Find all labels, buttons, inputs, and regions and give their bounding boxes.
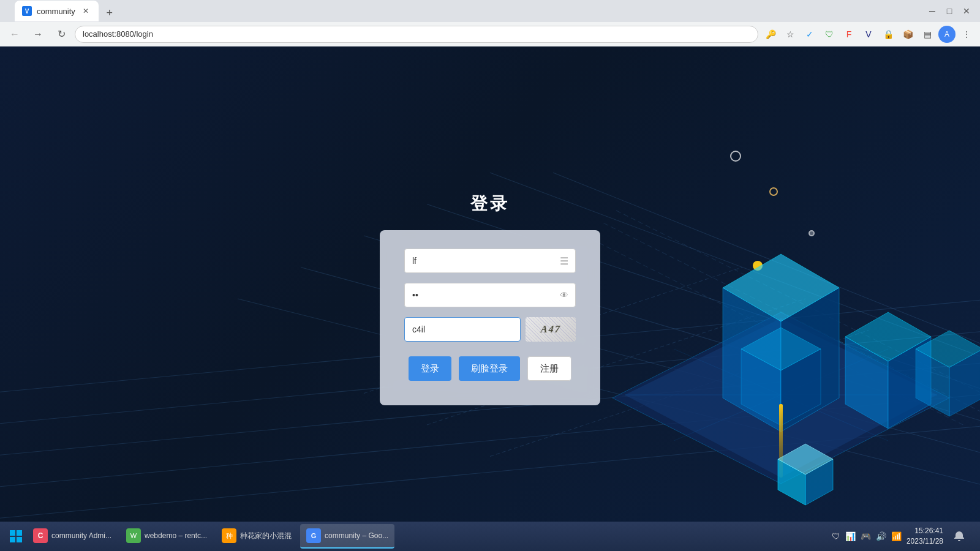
login-title: 登录: [380, 192, 600, 216]
extension-3-icon[interactable]: F: [840, 26, 858, 43]
captcha-row: A47: [404, 317, 576, 342]
taskbar: C community Admi... W webdemo – rentc...…: [0, 522, 980, 551]
button-row: 登录 刷脸登录 注册: [404, 356, 576, 381]
svg-rect-44: [17, 537, 22, 542]
tray-icon-2[interactable]: 📊: [845, 531, 856, 541]
extension-5-icon[interactable]: 🔒: [880, 26, 897, 43]
menu-icon[interactable]: ⋮: [958, 26, 975, 43]
extension-6-icon[interactable]: 📦: [899, 26, 916, 43]
password-manager-icon[interactable]: 🔑: [762, 26, 779, 43]
tray-icon-4[interactable]: 🔊: [876, 531, 886, 541]
browser-chrome: V community ✕ + ─ □ ✕ ← → ↻ localhost:80…: [0, 0, 980, 47]
tray-icon-wifi[interactable]: 📶: [891, 531, 902, 541]
taskbar-app-icon-1: C: [33, 528, 48, 543]
captcha-input[interactable]: [404, 317, 521, 342]
minimize-button[interactable]: ─: [924, 2, 941, 20]
extension-1-icon[interactable]: ✓: [801, 26, 818, 43]
login-container: 登录 ☰ 👁 A47 登录 刷脸登录: [380, 192, 600, 405]
password-group: 👁: [404, 283, 576, 307]
tab-bar: V community ✕ +: [10, 1, 123, 21]
bell-svg: [953, 530, 965, 542]
tab-close-button[interactable]: ✕: [80, 6, 91, 17]
taskbar-apps: C community Admi... W webdemo – rentc...…: [27, 524, 832, 549]
forward-button[interactable]: →: [28, 24, 48, 44]
login-button[interactable]: 登录: [409, 356, 451, 381]
tab-title: community: [37, 7, 75, 16]
profile-icon[interactable]: A: [938, 26, 956, 43]
iso-scene: [551, 165, 980, 520]
float-circle-1: [730, 151, 741, 162]
bookmark-icon[interactable]: ☆: [782, 26, 799, 43]
taskbar-app-icon-4: G: [306, 528, 321, 543]
password-input[interactable]: [404, 283, 576, 307]
taskbar-app-webdemo[interactable]: W webdemo – rentc...: [120, 524, 213, 549]
taskbar-app-icon-3: 种: [222, 528, 236, 543]
login-card: ☰ 👁 A47 登录 刷脸登录 注册: [380, 230, 600, 405]
taskbar-app-icon-2: W: [126, 528, 141, 543]
username-input[interactable]: [404, 249, 576, 273]
tray-icon-3[interactable]: 🎮: [861, 531, 871, 541]
title-bar: V community ✕ + ─ □ ✕: [0, 0, 980, 22]
tray-icon-1[interactable]: 🛡: [832, 531, 840, 541]
taskbar-app-label-1: community Admi...: [51, 531, 111, 540]
face-login-button[interactable]: 刷脸登录: [459, 356, 520, 381]
username-group: ☰: [404, 249, 576, 273]
omnibox-bar: ← → ↻ localhost:8080/login 🔑 ☆ ✓ 🛡 F V 🔒…: [0, 22, 980, 47]
taskbar-app-community-admin[interactable]: C community Admi...: [27, 524, 118, 549]
extension-2-icon[interactable]: 🛡: [821, 26, 838, 43]
taskbar-app-label-4: community – Goo...: [325, 531, 388, 540]
extension-4-icon[interactable]: V: [860, 26, 877, 43]
new-tab-button[interactable]: +: [101, 4, 118, 21]
windows-icon: [10, 530, 22, 542]
maximize-button[interactable]: □: [941, 2, 958, 20]
system-clock[interactable]: 15:26:41 2023/11/28: [907, 526, 943, 547]
address-bar[interactable]: localhost:8080/login: [75, 26, 758, 43]
clock-time: 15:26:41: [907, 526, 943, 536]
svg-rect-42: [17, 530, 22, 536]
back-button[interactable]: ←: [5, 24, 24, 44]
clock-date: 2023/11/28: [907, 536, 943, 547]
toolbar-icons: 🔑 ☆ ✓ 🛡 F V 🔒 📦 ▤ A ⋮: [762, 26, 975, 43]
reload-button[interactable]: ↻: [51, 24, 71, 44]
taskbar-app-community-google[interactable]: G community – Goo...: [300, 524, 394, 549]
page-content: 登录 ☰ 👁 A47 登录 刷脸登录: [0, 47, 980, 551]
captcha-image[interactable]: A47: [526, 317, 576, 342]
tab-favicon: V: [22, 6, 32, 16]
start-button[interactable]: [5, 525, 27, 547]
notification-icon[interactable]: [948, 525, 970, 547]
username-icon: ☰: [560, 255, 568, 267]
close-window-button[interactable]: ✕: [958, 2, 975, 20]
active-tab[interactable]: V community ✕: [15, 1, 99, 21]
taskbar-app-label-2: webdemo – rentc...: [145, 531, 207, 540]
taskbar-app-label-3: 种花家的小混混: [240, 531, 292, 541]
iso-svg: [551, 165, 980, 520]
taskbar-app-zhonghua[interactable]: 种 种花家的小混混: [216, 524, 298, 549]
password-toggle-icon[interactable]: 👁: [560, 290, 568, 300]
register-button[interactable]: 注册: [527, 356, 571, 381]
sidebar-icon[interactable]: ▤: [919, 26, 936, 43]
url-text: localhost:8080/login: [83, 29, 153, 39]
taskbar-tray: 🛡 📊 🎮 🔊 📶 15:26:41 2023/11/28: [832, 525, 975, 547]
svg-rect-41: [10, 530, 15, 536]
svg-rect-43: [10, 537, 15, 542]
